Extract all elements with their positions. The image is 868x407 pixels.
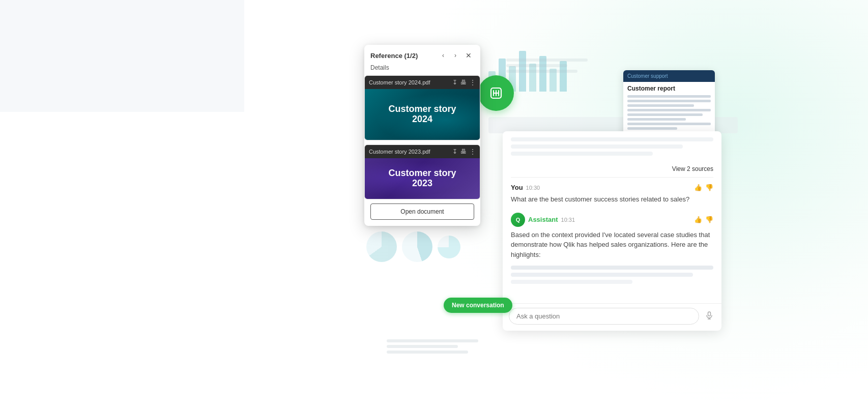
svg-rect-5 bbox=[708, 312, 711, 316]
blurred-previous-content bbox=[511, 137, 713, 163]
main-container: Customer support Customer report Referen… bbox=[0, 0, 868, 407]
doc-thumb-2023: Customer story 2023 bbox=[365, 158, 480, 199]
ai-icon-button[interactable] bbox=[478, 75, 514, 111]
assistant-blurred-lines bbox=[511, 264, 713, 289]
doc-card-1-wrapper: Customer story 2024.pdf ↧ 🖶 ⋮ Customer s… bbox=[364, 75, 480, 140]
view-sources-link[interactable]: View 2 sources bbox=[672, 165, 713, 172]
popup-controls: ‹ › ✕ bbox=[438, 50, 474, 61]
doc-card-2023: Customer story 2023.pdf ↧ 🖶 ⋮ Customer s… bbox=[364, 144, 480, 199]
microphone-button[interactable] bbox=[703, 311, 715, 322]
assistant-thumbs-up[interactable]: 👍 bbox=[694, 216, 702, 223]
print-icon-2023[interactable]: 🖶 bbox=[460, 148, 467, 155]
ai-svg-icon bbox=[488, 85, 504, 101]
popup-close-button[interactable]: ✕ bbox=[463, 50, 474, 61]
customer-report-card: Customer support Customer report bbox=[623, 70, 715, 137]
assistant-message: Q Assistant 10:31 👍 👎 Based on the conte… bbox=[511, 213, 713, 289]
chat-input-area bbox=[503, 303, 721, 331]
assistant-time: 10:31 bbox=[561, 217, 575, 223]
user-sender-info: You 10:30 bbox=[511, 184, 540, 191]
bg-document-1 bbox=[0, 0, 244, 112]
user-thumbs-up[interactable]: 👍 bbox=[694, 184, 702, 191]
doc-thumb-2024: Customer story 2024 bbox=[365, 89, 480, 140]
user-name: You bbox=[511, 184, 523, 191]
doc-card-2024: Customer story 2024.pdf ↧ 🖶 ⋮ Customer s… bbox=[364, 75, 480, 140]
doc-card-2024-header: Customer story 2024.pdf ↧ 🖶 ⋮ bbox=[365, 76, 480, 89]
popup-nav: ‹ › bbox=[438, 50, 461, 61]
bg-pie-charts bbox=[366, 231, 460, 262]
doc-card-2024-actions: ↧ 🖶 ⋮ bbox=[452, 79, 476, 86]
print-icon-2024[interactable]: 🖶 bbox=[460, 79, 467, 86]
popup-next-button[interactable]: › bbox=[450, 50, 461, 61]
download-icon-2023[interactable]: ↧ bbox=[452, 148, 457, 155]
doc-2024-text: Customer story 2024 bbox=[388, 104, 456, 125]
assistant-avatar: Q bbox=[511, 213, 525, 227]
report-card-header: Customer support bbox=[623, 70, 715, 82]
user-time: 10:30 bbox=[526, 185, 540, 191]
assistant-thumbs-down[interactable]: 👎 bbox=[705, 216, 713, 223]
open-document-button[interactable]: Open document bbox=[370, 204, 474, 220]
user-thumbs-down[interactable]: 👎 bbox=[705, 184, 713, 191]
doc-card-2023-actions: ↧ 🖶 ⋮ bbox=[452, 148, 476, 155]
chat-panel: View 2 sources You 10:30 👍 👎 What are th… bbox=[503, 131, 721, 331]
bottom-lines bbox=[387, 339, 478, 356]
doc-2023-text: Customer story 2023 bbox=[388, 168, 456, 189]
user-feedback: 👍 👎 bbox=[694, 184, 713, 191]
bg-lines-top bbox=[506, 59, 588, 75]
doc-card-2023-header: Customer story 2023.pdf ↧ 🖶 ⋮ bbox=[365, 145, 480, 158]
more-icon-2023[interactable]: ⋮ bbox=[470, 148, 476, 155]
assistant-name: Assistant bbox=[528, 216, 558, 223]
doc-2023-line1: Customer story bbox=[388, 168, 456, 179]
reference-popup: Reference (1/2) ‹ › ✕ Details Customer s… bbox=[364, 45, 480, 226]
divider bbox=[511, 177, 713, 178]
more-icon-2024[interactable]: ⋮ bbox=[470, 79, 476, 86]
assistant-sender-info: Q Assistant 10:31 bbox=[511, 213, 575, 227]
doc-2023-line2: 2023 bbox=[388, 178, 456, 189]
doc-card-2023-filename: Customer story 2023.pdf bbox=[369, 149, 430, 155]
chat-messages: View 2 sources You 10:30 👍 👎 What are th… bbox=[503, 131, 721, 303]
popup-header: Reference (1/2) ‹ › ✕ bbox=[364, 45, 480, 63]
download-icon-2024[interactable]: ↧ bbox=[452, 79, 457, 86]
popup-details-label: Details bbox=[364, 63, 480, 75]
popup-title: Reference (1/2) bbox=[370, 52, 418, 60]
user-message: You 10:30 👍 👎 What are the best customer… bbox=[511, 184, 713, 205]
report-card-title: Customer report bbox=[623, 82, 715, 94]
popup-prev-button[interactable]: ‹ bbox=[438, 50, 449, 61]
doc-2024-line2: 2024 bbox=[388, 114, 456, 125]
report-card-lines bbox=[623, 94, 715, 133]
assistant-feedback: 👍 👎 bbox=[694, 216, 713, 223]
new-conversation-button[interactable]: New conversation bbox=[444, 298, 512, 313]
view-sources-area: View 2 sources bbox=[511, 163, 713, 177]
doc-card-2024-filename: Customer story 2024.pdf bbox=[369, 79, 430, 85]
doc-card-2-wrapper: Customer story 2023.pdf ↧ 🖶 ⋮ Customer s… bbox=[364, 144, 480, 199]
user-message-body: What are the best customer success stori… bbox=[511, 194, 713, 205]
assistant-message-body: Based on the context provided I've locat… bbox=[511, 230, 713, 260]
assistant-message-header: Q Assistant 10:31 👍 👎 bbox=[511, 213, 713, 227]
mic-icon bbox=[705, 311, 713, 319]
user-message-header: You 10:30 👍 👎 bbox=[511, 184, 713, 191]
doc-2024-line1: Customer story bbox=[388, 104, 456, 114]
chat-input-field[interactable] bbox=[509, 308, 699, 325]
